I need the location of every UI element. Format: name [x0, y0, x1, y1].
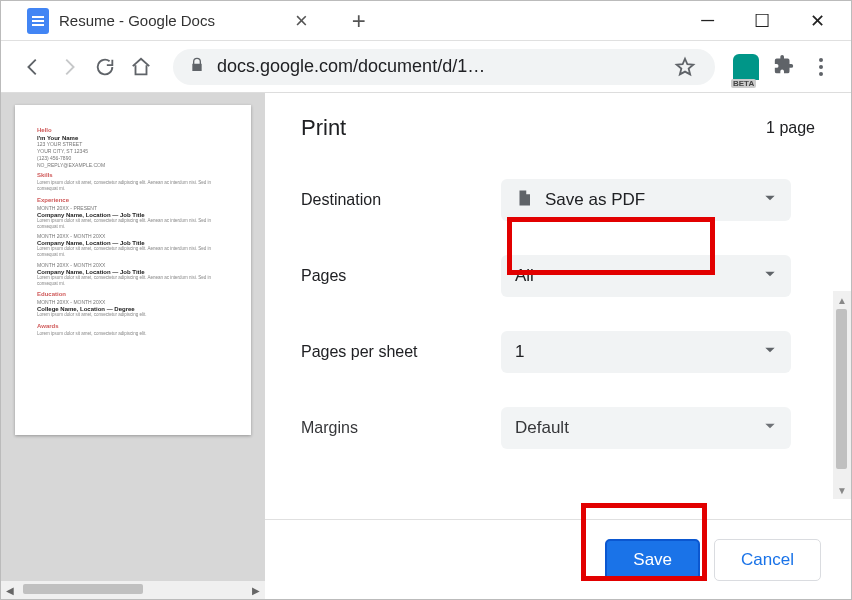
settings-vertical-scrollbar[interactable]: ▲ ▼ [833, 291, 851, 499]
chevron-down-icon [763, 267, 777, 285]
pages-label: Pages [301, 267, 501, 285]
extensions-button[interactable] [773, 54, 795, 80]
scrollbar-track[interactable] [833, 309, 851, 481]
close-window-button[interactable]: ✕ [810, 10, 825, 32]
browser-tab[interactable]: Resume - Google Docs × [13, 2, 322, 40]
cancel-button[interactable]: Cancel [714, 539, 821, 581]
document-thumbnail[interactable]: Hello I'm Your Name 123 YOUR STREET YOUR… [15, 105, 251, 435]
pages-per-sheet-dropdown[interactable]: 1 [501, 331, 791, 373]
scroll-right-icon[interactable]: ▶ [247, 581, 265, 599]
print-footer: Save Cancel [265, 519, 851, 599]
destination-label: Destination [301, 191, 501, 209]
scroll-up-icon[interactable]: ▲ [833, 291, 851, 309]
pages-per-sheet-label: Pages per sheet [301, 343, 501, 361]
reload-button[interactable] [91, 56, 119, 78]
home-button[interactable] [127, 56, 155, 78]
titlebar: Resume - Google Docs × + ─ ☐ ✕ [1, 1, 851, 41]
preview-horizontal-scrollbar[interactable]: ◀ ▶ [1, 581, 265, 599]
window-controls: ─ ☐ ✕ [701, 10, 851, 32]
tab-title: Resume - Google Docs [59, 12, 215, 29]
print-dialog: Hello I'm Your Name 123 YOUR STREET YOUR… [1, 93, 851, 599]
minimize-button[interactable]: ─ [701, 10, 714, 32]
pdf-file-icon [515, 187, 545, 213]
scrollbar-thumb[interactable] [23, 584, 143, 594]
omnibox[interactable]: docs.google.com/document/d/1… [173, 49, 715, 85]
margins-label: Margins [301, 419, 501, 437]
lock-icon [189, 57, 205, 77]
print-settings-pane: Print 1 page Destination Save as PDF Pag… [265, 93, 851, 599]
google-docs-icon [27, 8, 49, 34]
destination-dropdown[interactable]: Save as PDF [501, 179, 791, 221]
forward-button[interactable] [55, 56, 83, 78]
pages-dropdown[interactable]: All [501, 255, 791, 297]
print-preview-pane: Hello I'm Your Name 123 YOUR STREET YOUR… [1, 93, 265, 599]
url-text: docs.google.com/document/d/1… [217, 56, 485, 77]
save-button[interactable]: Save [605, 539, 700, 581]
print-title: Print [301, 115, 346, 141]
new-tab-button[interactable]: + [352, 7, 366, 35]
bookmark-star-icon[interactable] [671, 56, 699, 78]
scroll-left-icon[interactable]: ◀ [1, 581, 19, 599]
address-bar: docs.google.com/document/d/1… [1, 41, 851, 93]
scroll-down-icon[interactable]: ▼ [833, 481, 851, 499]
maximize-button[interactable]: ☐ [754, 10, 770, 32]
back-button[interactable] [19, 56, 47, 78]
print-header: Print 1 page [301, 115, 815, 141]
chevron-down-icon [763, 419, 777, 437]
scrollbar-thumb[interactable] [836, 309, 847, 469]
page-count: 1 page [766, 119, 815, 137]
close-tab-button[interactable]: × [295, 8, 308, 34]
chevron-down-icon [763, 191, 777, 209]
beta-extension-icon[interactable] [733, 54, 759, 80]
chrome-menu-button[interactable] [809, 58, 833, 76]
margins-dropdown[interactable]: Default [501, 407, 791, 449]
chevron-down-icon [763, 343, 777, 361]
scrollbar-track[interactable] [19, 581, 247, 599]
